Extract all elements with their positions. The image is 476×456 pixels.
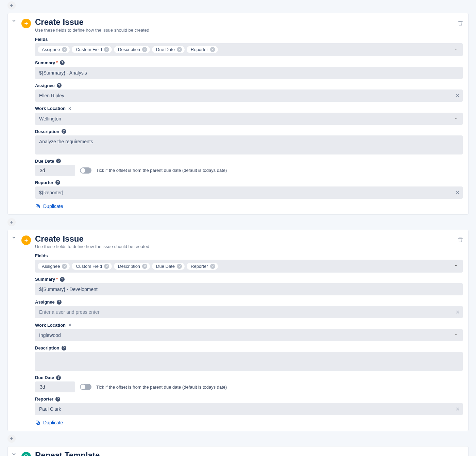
assignee-label: Assignee: [35, 83, 55, 88]
delete-button[interactable]: [457, 237, 463, 244]
fields-multiselect[interactable]: Assignee✕ Custom Field✕ Description✕ Due…: [35, 260, 463, 273]
chevron-down-icon: [11, 451, 17, 456]
chip-remove-icon[interactable]: ✕: [177, 47, 182, 52]
field-chip: Reporter✕: [187, 46, 218, 53]
required-asterisk: *: [56, 60, 58, 65]
repeat-template-card: Repeat Template: [7, 446, 469, 456]
duplicate-icon: [35, 203, 40, 209]
help-icon[interactable]: ?: [55, 397, 60, 402]
offset-toggle[interactable]: [80, 384, 91, 390]
help-icon[interactable]: ?: [57, 83, 62, 88]
select-caret[interactable]: [454, 116, 458, 121]
due-date-input[interactable]: 3d: [35, 165, 75, 176]
caret-down-icon: [454, 116, 458, 120]
collapse-toggle[interactable]: [11, 235, 17, 241]
summary-input[interactable]: ${Summary} - Analysis: [35, 67, 463, 79]
due-date-input[interactable]: 3d: [35, 381, 75, 392]
plus-icon: [9, 436, 14, 441]
work-location-select[interactable]: Inglewood: [35, 329, 463, 341]
due-date-label: Due Date: [35, 375, 54, 380]
clear-icon[interactable]: ×: [68, 322, 72, 328]
description-input[interactable]: [35, 352, 463, 371]
duplicate-button[interactable]: Duplicate: [43, 203, 63, 209]
assignee-placeholder: Enter a user and press enter: [39, 309, 99, 315]
summary-value: ${Summary} - Development: [39, 287, 98, 292]
assignee-value: Ellen Ripley: [39, 93, 64, 98]
create-issue-card: Create Issue Use these fields to define …: [7, 13, 469, 215]
chip-remove-icon[interactable]: ✕: [104, 264, 109, 269]
work-location-label: Work Location: [35, 106, 66, 111]
chip-label: Custom Field: [76, 264, 102, 269]
clear-icon[interactable]: ×: [456, 309, 459, 316]
offset-toggle[interactable]: [80, 167, 91, 174]
trash-icon: [457, 237, 463, 243]
help-icon[interactable]: ?: [56, 159, 61, 163]
chip-label: Description: [118, 47, 140, 52]
help-icon[interactable]: ?: [60, 60, 65, 65]
duplicate-icon: [35, 420, 40, 425]
required-asterisk: *: [56, 277, 58, 282]
reporter-input[interactable]: Paul Clark ×: [35, 403, 463, 415]
add-step-button-mid[interactable]: [7, 218, 16, 226]
fields-dropdown-caret[interactable]: [454, 47, 458, 52]
assignee-input[interactable]: Enter a user and press enter ×: [35, 306, 463, 318]
fields-dropdown-caret[interactable]: [454, 263, 458, 269]
fields-multiselect[interactable]: Assignee✕ Custom Field✕ Description✕ Due…: [35, 43, 463, 56]
reporter-value: ${Reporter}: [39, 190, 64, 195]
help-icon[interactable]: ?: [62, 129, 66, 134]
chip-remove-icon[interactable]: ✕: [62, 47, 67, 52]
clear-icon[interactable]: ×: [456, 189, 459, 196]
due-date-value: 3d: [40, 168, 45, 173]
caret-down-icon: [454, 264, 458, 268]
chevron-down-icon: [11, 235, 17, 240]
delete-button[interactable]: [457, 20, 463, 27]
chevron-down-icon: [11, 18, 17, 23]
clear-icon[interactable]: ×: [68, 106, 72, 111]
summary-input[interactable]: ${Summary} - Development: [35, 283, 463, 295]
chip-label: Assignee: [42, 264, 60, 269]
caret-down-icon: [454, 333, 458, 337]
reporter-input[interactable]: ${Reporter} ×: [35, 186, 463, 199]
help-icon[interactable]: ?: [56, 375, 61, 380]
description-input[interactable]: Analyze the requirements: [35, 135, 463, 154]
card-subtitle: Use these fields to define how the issue…: [35, 28, 149, 33]
help-icon[interactable]: ?: [62, 346, 66, 351]
trash-icon: [457, 20, 463, 26]
collapse-toggle[interactable]: [11, 18, 17, 25]
assignee-label: Assignee: [35, 299, 55, 305]
chip-remove-icon[interactable]: ✕: [142, 264, 147, 269]
chip-remove-icon[interactable]: ✕: [210, 264, 215, 269]
create-issue-badge: [21, 235, 31, 245]
work-location-label: Work Location: [35, 323, 66, 328]
plus-icon: [23, 21, 29, 26]
clear-icon[interactable]: ×: [456, 406, 459, 413]
add-step-button-bottom[interactable]: [7, 435, 16, 443]
offset-hint: Tick if the offset is from the parent du…: [96, 168, 227, 173]
chip-label: Assignee: [42, 47, 60, 52]
chip-remove-icon[interactable]: ✕: [210, 47, 215, 52]
field-chip: Reporter✕: [187, 263, 218, 270]
chip-label: Due Date: [156, 47, 175, 52]
duplicate-button[interactable]: Duplicate: [43, 420, 63, 425]
add-step-button-top[interactable]: [7, 1, 16, 10]
field-chip: Due Date✕: [152, 46, 185, 53]
help-icon[interactable]: ?: [57, 300, 62, 305]
chip-label: Reporter: [191, 47, 208, 52]
chip-remove-icon[interactable]: ✕: [142, 47, 147, 52]
chip-remove-icon[interactable]: ✕: [177, 264, 182, 269]
clear-icon[interactable]: ×: [456, 92, 459, 99]
collapse-toggle[interactable]: [11, 451, 17, 456]
work-location-select[interactable]: Wellington: [35, 113, 463, 125]
field-chip: Assignee✕: [38, 46, 70, 53]
help-icon[interactable]: ?: [60, 277, 65, 282]
chip-label: Description: [118, 264, 140, 269]
assignee-input[interactable]: Ellen Ripley ×: [35, 89, 463, 102]
chip-remove-icon[interactable]: ✕: [62, 264, 67, 269]
work-location-value: Wellington: [39, 116, 61, 121]
caret-down-icon: [454, 47, 458, 51]
select-caret[interactable]: [454, 332, 458, 338]
summary-label: Summary: [35, 60, 55, 65]
work-location-value: Inglewood: [39, 332, 61, 338]
help-icon[interactable]: ?: [55, 180, 60, 185]
chip-remove-icon[interactable]: ✕: [104, 47, 109, 52]
